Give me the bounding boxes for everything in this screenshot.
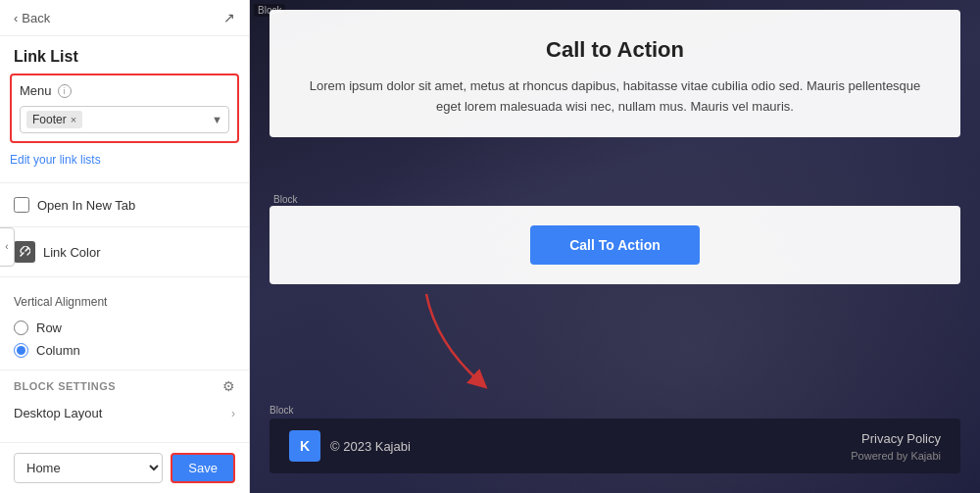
svg-line-0 xyxy=(21,253,24,256)
radio-group: Row Column xyxy=(0,313,249,366)
footer-block: Block K © 2023 Kajabi Privacy Policy Pow… xyxy=(270,419,960,473)
tag-close-icon[interactable]: × xyxy=(71,114,76,125)
home-select[interactable]: Home xyxy=(14,453,163,483)
back-arrow-icon: ‹ xyxy=(14,11,18,25)
svg-line-1 xyxy=(25,248,28,251)
block-label-2: Block xyxy=(273,194,297,205)
menu-label: Menu xyxy=(20,83,52,98)
cta-text: Lorem ipsum dolor sit amet, metus at rho… xyxy=(299,76,931,118)
menu-label-row: Menu i xyxy=(20,83,229,98)
menu-section: Menu i Footer × ▼ xyxy=(10,74,239,143)
privacy-policy-link[interactable]: Privacy Policy xyxy=(861,431,941,446)
row-label: Row xyxy=(36,320,62,335)
link-color-row[interactable]: Link Color xyxy=(0,235,249,269)
cta-block: Call to Action Lorem ipsum dolor sit ame… xyxy=(270,10,960,137)
info-icon[interactable]: i xyxy=(58,84,72,98)
vertical-alignment-label: Vertical Alignment xyxy=(0,285,249,313)
preview-area: Block Call to Action Lorem ipsum dolor s… xyxy=(250,0,980,493)
tag-select[interactable]: Footer × ▼ xyxy=(20,106,229,133)
footer-tag: Footer × xyxy=(26,111,82,128)
right-panel: Block Call to Action Lorem ipsum dolor s… xyxy=(250,0,980,493)
desktop-layout-label: Desktop Layout xyxy=(14,406,102,420)
kajabi-logo: K xyxy=(289,430,320,462)
block-settings-header: BLOCK SETTINGS ⚙ xyxy=(0,370,249,398)
link-color-label: Link Color xyxy=(43,245,101,260)
arrow-annotation xyxy=(397,284,514,406)
column-radio[interactable] xyxy=(14,343,28,358)
gear-icon[interactable]: ⚙ xyxy=(222,378,235,394)
panel-header: ‹ Back ↗ xyxy=(0,0,249,36)
back-label: Back xyxy=(22,11,50,25)
panel-bottom: Home Save xyxy=(0,442,249,493)
collapse-handle[interactable]: ‹ xyxy=(0,227,15,267)
open-new-tab-checkbox[interactable] xyxy=(14,197,29,213)
column-label: Column xyxy=(36,343,80,358)
block-settings-label: BLOCK SETTINGS xyxy=(14,380,116,392)
desktop-layout-row[interactable]: Desktop Layout › xyxy=(0,398,249,428)
edit-link-lists[interactable]: Edit your link lists xyxy=(0,151,249,174)
panel-title: Link List xyxy=(0,36,249,74)
column-radio-row: Column xyxy=(14,339,235,362)
powered-by-text: Powered by Kajabi xyxy=(851,450,941,462)
row-radio[interactable] xyxy=(14,320,28,335)
row-radio-row: Row xyxy=(14,317,235,339)
save-button[interactable]: Save xyxy=(171,453,235,483)
cta-button-block: Call To Action xyxy=(270,206,960,284)
footer-right: Privacy Policy Powered by Kajabi xyxy=(851,431,941,462)
tag-value: Footer xyxy=(32,113,67,126)
external-link-icon[interactable]: ↗ xyxy=(223,10,235,25)
link-color-icon xyxy=(14,241,35,263)
copyright-text: © 2023 Kajabi xyxy=(330,439,411,454)
block-label-3: Block xyxy=(270,405,293,416)
footer-left: K © 2023 Kajabi xyxy=(289,430,411,462)
open-new-tab-label: Open In New Tab xyxy=(37,198,135,213)
chevron-right-icon: › xyxy=(231,407,235,420)
cta-title: Call to Action xyxy=(299,37,931,63)
divider-3 xyxy=(0,276,249,277)
chevron-down-icon: ▼ xyxy=(212,114,222,125)
open-new-tab-row: Open In New Tab xyxy=(0,191,249,219)
divider-2 xyxy=(0,226,249,227)
back-button[interactable]: ‹ Back xyxy=(14,11,50,25)
cta-button[interactable]: Call To Action xyxy=(530,225,700,265)
left-panel: ‹ Back ↗ Link List Menu i Footer × ▼ Edi… xyxy=(0,0,250,493)
divider-1 xyxy=(0,182,249,183)
